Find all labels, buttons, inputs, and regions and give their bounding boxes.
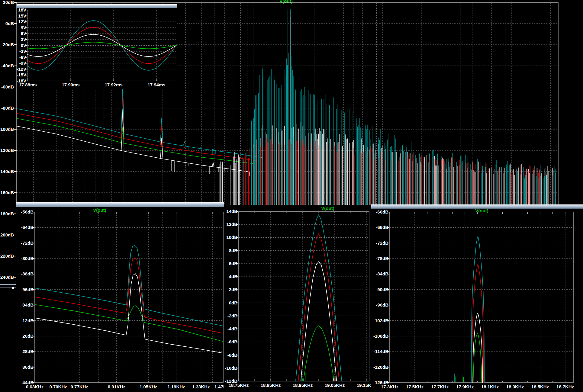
time-domain-plot <box>17 4 177 89</box>
harmonic-zoom-plot <box>371 204 583 392</box>
time-domain-inset-window[interactable]: 18V15V12V9V6V3V0V-3V-6V-9V-12V-15V-18V17… <box>17 4 177 89</box>
harmonic-peak-red <box>184 147 185 149</box>
carrier-zoom-pane-window[interactable]: V(out) 14dB12dB10dB8dB6dB4dB2dB0dB-2dB-4… <box>224 205 371 392</box>
middle-trace-green <box>303 326 334 381</box>
harmonic-zoom-pane-window[interactable]: V(out) -60dB-66dB-72dB-78dB-84dB-90dB-96… <box>371 204 583 392</box>
middle-trace-cyan <box>296 215 342 381</box>
right-trace-green <box>473 333 482 383</box>
middle-plot-border <box>239 211 369 381</box>
harmonic-peak-cyan <box>200 147 201 148</box>
fundamental-zoom-plot <box>16 202 224 392</box>
harmonic-peak-white <box>212 162 214 166</box>
harmonic-peak-cyan <box>184 142 185 145</box>
main-floor-white <box>17 126 250 172</box>
left-plot-border <box>35 212 223 383</box>
middle-trace-red <box>298 234 339 381</box>
window-chrome-fragment <box>0 284 16 288</box>
fundamental-zoom-pane-window[interactable]: V(out) -56dB-64dB-72dB-80dB-88dB-96dB04d… <box>16 202 224 392</box>
waveform-viewer-screen: V(out) 20dB0dB-20dB-40dB-60dB-80dB-100dB… <box>0 0 583 392</box>
chrome-chip <box>12 287 14 289</box>
spectrum-spikes-white <box>172 17 555 223</box>
right-plot-border <box>390 212 573 383</box>
right-trace-white <box>473 313 482 383</box>
carrier-zoom-plot <box>224 205 371 392</box>
